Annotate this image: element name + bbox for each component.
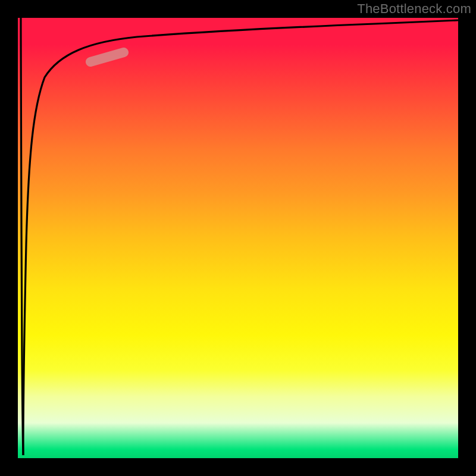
curve-layer	[18, 18, 458, 458]
watermark-label: TheBottleneck.com	[357, 1, 471, 17]
curve-up-path	[23, 20, 458, 455]
highlight-marker	[90, 52, 124, 62]
plot-area	[18, 18, 458, 458]
chart-root: TheBottleneck.com	[0, 0, 476, 476]
